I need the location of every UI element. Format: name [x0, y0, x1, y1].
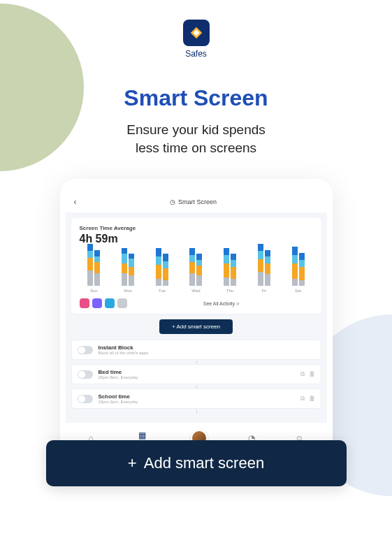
app-icon — [80, 298, 89, 308]
clock-icon: ◷ — [170, 198, 175, 205]
chart-day-label: Sun — [90, 289, 98, 293]
trash-icon[interactable]: 🗑 — [309, 395, 315, 402]
hero: Smart Screen Ensure your kid spends less… — [0, 85, 392, 157]
chart-column: Tue — [147, 244, 177, 293]
app-header: ‹ ◷ Smart Screen — [66, 191, 327, 212]
rules-list: Instant BlockBlock all of the child's ap… — [66, 340, 327, 419]
rule-toggle[interactable] — [78, 395, 93, 403]
chart-day-label: Tue — [159, 289, 166, 293]
rule-toggle[interactable] — [78, 370, 93, 379]
plus-icon: + — [128, 454, 137, 472]
rule-text: School time10pm-2pm, Everyday — [99, 393, 295, 404]
copy-icon[interactable]: ⧉ — [300, 370, 305, 378]
features-icon: ▦ — [138, 430, 146, 440]
average-card: Screen Time Average 4h 59m SunMonTueWedT… — [71, 218, 321, 314]
rule-toggle[interactable] — [78, 346, 93, 354]
app-icons — [80, 298, 127, 308]
add-smart-screen-button[interactable]: +Add smart screen — [46, 440, 347, 486]
rule-row: Bed time20pm-8am, Everyday⧉🗑 — [71, 364, 321, 384]
copy-icon[interactable]: ⧉ — [300, 395, 305, 402]
cta-label: Add smart screen — [144, 454, 264, 472]
app-icon — [105, 298, 115, 308]
hero-subtitle-line1: Ensure your kid spends — [126, 122, 266, 137]
avg-label: Screen Time Average — [80, 225, 313, 231]
rule-title: School time — [99, 393, 295, 400]
rule-text: Bed time20pm-8am, Everyday — [99, 369, 295, 379]
back-icon[interactable]: ‹ — [74, 197, 77, 207]
chart-column: Sat — [284, 244, 313, 293]
rule-row: Instant BlockBlock all of the child's ap… — [71, 340, 321, 360]
rule-sub: 10pm-2pm, Everyday — [99, 400, 295, 404]
add-smart-screen-button-inner[interactable]: + Add smart screen — [159, 319, 233, 334]
chart-column: Wed — [182, 244, 211, 293]
brand-logo: Safes — [0, 0, 392, 59]
rule-row: School time10pm-2pm, Everyday⧉🗑 — [71, 389, 321, 409]
brand-name: Safes — [0, 49, 392, 59]
hero-subtitle: Ensure your kid spends less time on scre… — [0, 121, 392, 157]
app-icon — [117, 298, 127, 308]
rule-sub: 20pm-8am, Everyday — [99, 375, 295, 379]
hero-subtitle-line2: less time on screens — [136, 140, 256, 155]
chart-day-label: Thu — [226, 289, 233, 293]
tablet-mockup: ‹ ◷ Smart Screen Screen Time Average 4h … — [60, 179, 333, 456]
chart-column: Mon — [113, 244, 143, 293]
see-all-activity-link[interactable]: See All Activity > — [130, 301, 313, 306]
app-header-title: ◷ Smart Screen — [170, 198, 217, 205]
logo-icon — [183, 20, 210, 46]
rule-title: Instant Block — [99, 344, 315, 351]
tablet-screen: ‹ ◷ Smart Screen Screen Time Average 4h … — [66, 191, 327, 449]
rule-sub: Block all of the child's apps — [99, 351, 315, 355]
app-header-title-text: Smart Screen — [178, 198, 217, 205]
chart-day-label: Sat — [295, 289, 301, 293]
chart-day-label: Wed — [191, 289, 200, 293]
rule-text: Instant BlockBlock all of the child's ap… — [99, 344, 315, 355]
rule-title: Bed time — [99, 369, 295, 375]
chart-column: Sun — [80, 244, 109, 293]
app-icon — [92, 298, 102, 308]
chart-column: Thu — [215, 244, 245, 293]
trash-icon[interactable]: 🗑 — [309, 370, 315, 378]
chart-day-label: Fri — [261, 289, 266, 293]
chart-day-label: Mon — [124, 289, 132, 293]
chart-column: Fri — [249, 244, 279, 293]
hero-title: Smart Screen — [0, 85, 392, 111]
screen-time-chart: SunMonTueWedThuFriSat — [80, 251, 313, 293]
app-icons-row: See All Activity > — [80, 298, 313, 308]
